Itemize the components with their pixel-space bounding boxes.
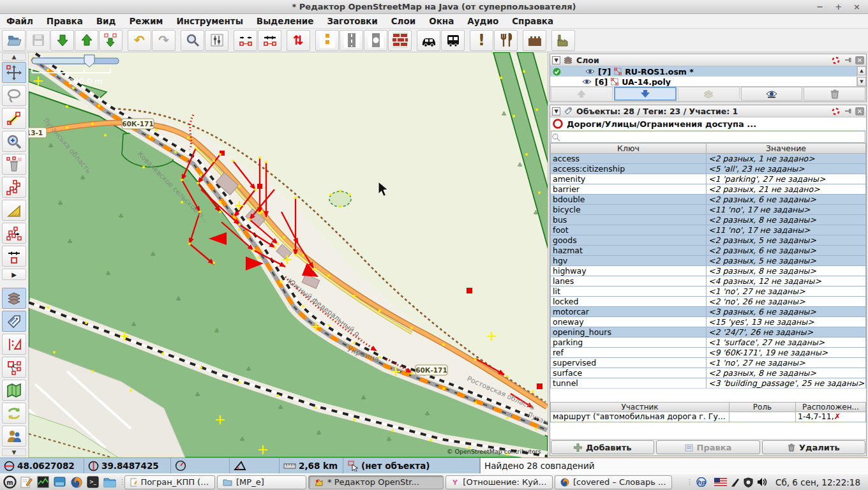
tag-value[interactable]: <2 разных, 5 не заданы> bbox=[707, 235, 866, 246]
show-desktop-launcher[interactable] bbox=[52, 475, 67, 489]
tag-row[interactable]: parking <1 'surface', 27 не заданы> bbox=[550, 338, 866, 348]
tag-row[interactable]: tunnel <3 'building_passage', 25 не зада… bbox=[550, 378, 866, 389]
tag-value[interactable]: <2 разных, 6 не заданы> bbox=[707, 195, 866, 205]
taskbar-window-files[interactable]: [MP_e] bbox=[217, 475, 306, 489]
map-canvas[interactable]: ♣♣♣♣♣♣♣♣♣♣♣♣♣♣♣♣♣♣♣♣♣♣ bbox=[29, 52, 548, 457]
merge-layers-button[interactable] bbox=[678, 87, 740, 101]
reverse-way-button[interactable]: ⇅ bbox=[287, 30, 310, 51]
tag-value[interactable]: <5 'all', 23 не заданы> bbox=[707, 164, 866, 174]
tag-row[interactable]: supervised <1 'no', 27 не заданы> bbox=[550, 358, 866, 368]
tag-row[interactable]: locked <2 'no', 26 не заданы> bbox=[550, 297, 866, 307]
longitude-field[interactable]: 39.8487425 bbox=[84, 458, 171, 473]
pin-icon[interactable] bbox=[843, 107, 853, 115]
tag-key[interactable]: bus bbox=[550, 215, 707, 225]
tag-row[interactable]: opening_hours <2 '24/7', 26 не заданы> bbox=[550, 327, 866, 338]
lasso-tool[interactable] bbox=[2, 85, 26, 106]
preset-crossing-button[interactable] bbox=[364, 30, 387, 51]
tag-key[interactable]: amenity bbox=[550, 174, 707, 184]
tag-value[interactable]: <2 разных, 1 не задано> bbox=[707, 154, 866, 164]
tag-key[interactable]: highway bbox=[550, 266, 707, 276]
taskbar-window-josm[interactable]: * Редактор OpenStr... bbox=[308, 475, 444, 489]
tag-value[interactable]: <9 '60K-171', 19 не заданы> bbox=[707, 348, 866, 358]
preset-car-button[interactable] bbox=[417, 30, 440, 51]
tag-row[interactable]: amenity <1 'parking', 27 не заданы> bbox=[550, 174, 866, 184]
key-column-header[interactable]: Ключ bbox=[550, 143, 707, 154]
add-tag-button[interactable]: Добавить bbox=[551, 440, 654, 454]
value-column-header[interactable]: Значение bbox=[707, 143, 866, 154]
preset-bus-button[interactable] bbox=[441, 30, 465, 51]
clock[interactable]: Сб, 6 сен, 12:22:18 bbox=[772, 477, 865, 487]
tag-key[interactable]: access:citizenship bbox=[550, 164, 707, 174]
tag-row[interactable]: hgv <2 разных, 5 не заданы> bbox=[550, 256, 866, 266]
window-titlebar[interactable]: * Редактор OpenStreetMap на Java (от суп… bbox=[0, 0, 868, 14]
scroll-up-icon[interactable]: ▲ bbox=[857, 66, 866, 75]
tag-key[interactable]: surface bbox=[550, 368, 707, 378]
layer-list[interactable]: [7] RU-ROS1.osm * [6] UA-14.poly ▲ ▼ bbox=[550, 66, 866, 86]
tag-row[interactable]: ref <9 '60K-171', 19 не заданы> bbox=[550, 348, 866, 358]
selection-dialog-toggle[interactable] bbox=[2, 334, 26, 355]
tag-row[interactable]: surface <2 разных, 8 не заданы> bbox=[550, 368, 866, 378]
menu-item[interactable]: Выделение bbox=[257, 16, 314, 26]
preset-castle-button[interactable] bbox=[523, 30, 546, 51]
tag-row[interactable]: bdouble <2 разных, 6 не заданы> bbox=[550, 195, 866, 205]
tag-row[interactable]: motorcar <3 разных, 6 не заданы> bbox=[550, 307, 866, 317]
role-column-header[interactable]: Роль bbox=[730, 402, 796, 412]
tag-key[interactable]: lanes bbox=[550, 276, 707, 286]
panel-close-icon[interactable]: ✕ bbox=[855, 56, 864, 64]
preferences-button[interactable] bbox=[205, 30, 228, 51]
tag-row[interactable]: bus <2 разных, 8 не заданы> bbox=[550, 215, 866, 225]
taskbar-window-firefox[interactable]: [covered – Словарь ... bbox=[555, 475, 672, 489]
tools-scroll-down[interactable]: ▼ bbox=[2, 449, 26, 456]
tag-filter-input[interactable] bbox=[562, 132, 865, 142]
menu-item[interactable]: Аудио bbox=[467, 16, 498, 26]
delete-tag-button[interactable]: Удалить bbox=[762, 440, 865, 454]
tag-row[interactable]: oneway <15 'yes', 13 не заданы> bbox=[550, 317, 866, 327]
layer-row[interactable]: [6] UA-14.poly bbox=[550, 77, 866, 86]
tag-key[interactable]: lit bbox=[550, 286, 707, 297]
authors-dialog-toggle[interactable] bbox=[2, 426, 26, 447]
tag-value[interactable]: <2 разных, 8 не заданы> bbox=[707, 368, 866, 378]
tag-key[interactable]: hazmat bbox=[550, 246, 707, 256]
member-column-header[interactable]: Участник bbox=[550, 402, 730, 412]
angle-field[interactable] bbox=[230, 458, 280, 473]
pin-icon[interactable] bbox=[843, 56, 853, 64]
tag-value[interactable]: <2 разных, 6 не заданы> bbox=[707, 246, 866, 256]
distance-field[interactable]: 2,68 km bbox=[280, 458, 343, 473]
tag-key[interactable]: barrier bbox=[550, 184, 707, 195]
delete-layer-button[interactable] bbox=[804, 87, 865, 101]
taskbar-window-relation[interactable]: Y [Отношение: Куйб... bbox=[445, 475, 553, 489]
keyboard-layout-flag-icon[interactable] bbox=[714, 478, 727, 486]
tag-key[interactable]: motorcar bbox=[550, 307, 707, 317]
follow-line-tool[interactable] bbox=[2, 223, 26, 244]
toggle-visibility-button[interactable] bbox=[741, 87, 803, 101]
zoom-tool[interactable] bbox=[2, 131, 26, 152]
tag-value[interactable]: <2 'no', 26 не заданы> bbox=[707, 297, 866, 307]
volume-tray-icon[interactable] bbox=[757, 477, 768, 487]
select-move-tool[interactable] bbox=[2, 62, 26, 83]
tag-key[interactable]: opening_hours bbox=[550, 327, 707, 338]
stylus-tray-icon[interactable] bbox=[731, 477, 740, 487]
panel-close-icon[interactable]: ✕ bbox=[855, 107, 864, 115]
system-monitor-launcher[interactable] bbox=[36, 475, 50, 489]
tag-key[interactable]: bicycle bbox=[550, 205, 707, 215]
tag-row[interactable]: foot <11 'no', 17 не заданы> bbox=[550, 225, 866, 235]
tag-row[interactable]: access <2 разных, 1 не задано> bbox=[550, 154, 866, 164]
layer-list-scrollbar[interactable]: ▲ ▼ bbox=[857, 66, 866, 86]
tag-value[interactable]: <2 '24/7', 26 не заданы> bbox=[707, 327, 866, 338]
move-layer-up-button[interactable] bbox=[551, 87, 613, 101]
tag-row[interactable]: hazmat <2 разных, 6 не заданы> bbox=[550, 246, 866, 256]
tag-key[interactable]: supervised bbox=[550, 358, 707, 368]
unglue-tool[interactable] bbox=[2, 177, 26, 198]
collapse-icon[interactable]: ▼ bbox=[552, 56, 560, 64]
tag-key[interactable]: bdouble bbox=[550, 195, 707, 205]
file-manager-launcher[interactable] bbox=[102, 475, 117, 489]
preset-row[interactable]: Дороги/Улицы/Ограничения доступа ... bbox=[550, 117, 866, 131]
tag-key[interactable]: parking bbox=[550, 338, 707, 348]
mirror-ways-button[interactable] bbox=[258, 30, 281, 51]
tag-row[interactable]: lanes <4 разных, 12 не заданы> bbox=[550, 276, 866, 286]
text-editor-launcher[interactable] bbox=[19, 475, 34, 489]
tag-key[interactable]: goods bbox=[550, 235, 707, 246]
menu-item[interactable]: Файл bbox=[6, 16, 33, 26]
scroll-down-icon[interactable]: ▼ bbox=[857, 77, 866, 86]
menu-item[interactable]: Вид bbox=[96, 16, 116, 26]
